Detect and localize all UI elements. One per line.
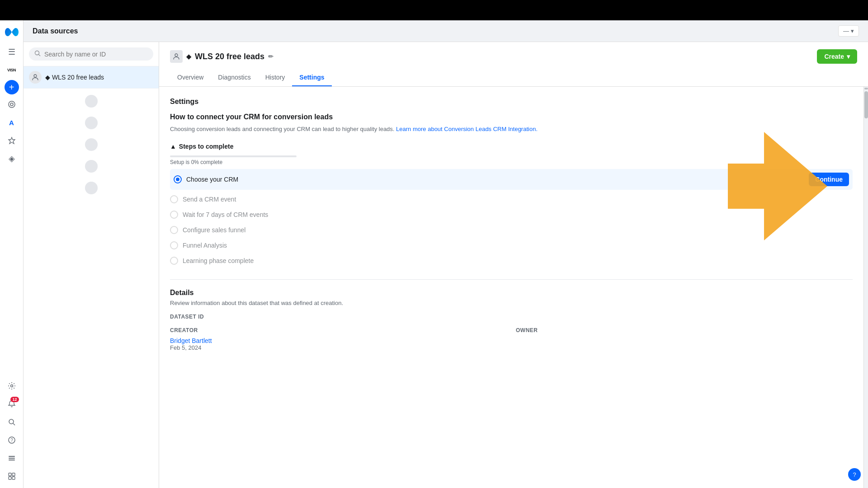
svg-point-4 (9, 419, 14, 424)
source-name: ◆ WLS 20 free leads (45, 74, 104, 81)
svg-rect-8 (9, 458, 15, 459)
sources-icon-4 (24, 157, 159, 175)
step-item-6: Learning phase complete (170, 253, 853, 268)
dropdown-label: — (843, 28, 849, 34)
search-input[interactable] (44, 51, 148, 58)
tabs: Overview Diagnostics History Settings (170, 69, 857, 86)
sources-bottom-icons (24, 89, 159, 201)
step-label-6: Learning phase complete (183, 257, 254, 264)
owner-field: Owner (516, 327, 853, 351)
tab-overview[interactable]: Overview (170, 69, 211, 86)
crm-section-desc: Choosing conversion leads and connecting… (170, 125, 853, 134)
scrollbar-thumb[interactable] (864, 91, 868, 118)
svg-point-1 (10, 103, 13, 106)
tools-icon[interactable] (4, 450, 20, 466)
svg-point-0 (9, 101, 15, 108)
svg-line-5 (13, 423, 15, 425)
svg-point-17 (34, 75, 37, 77)
svg-point-18 (175, 54, 178, 56)
dataset-id-label: Dataset ID (170, 314, 853, 320)
learn-more-link[interactable]: Learn more about Conversion Leads CRM In… (396, 126, 538, 132)
progress-bar: Setup is 0% complete (170, 155, 853, 165)
step-label-1: Choose your CRM (186, 176, 238, 183)
step-radio-5 (170, 241, 178, 249)
step-radio-1 (174, 175, 182, 183)
add-icon[interactable]: + (5, 80, 19, 94)
continue-button[interactable]: Continue (809, 173, 849, 186)
settings-icon[interactable] (4, 378, 20, 394)
help-bubble[interactable]: ? (848, 468, 861, 481)
svg-text:?: ? (10, 438, 13, 443)
settings-page-title: Settings (170, 98, 853, 106)
sources-icon-1 (24, 92, 159, 110)
creator-name: Bridget Bartlett (170, 337, 507, 344)
details-grid: Creator Bridget Bartlett Feb 5, 2024 Own… (170, 327, 853, 351)
icon-sidebar: ☰ VISN + A ◈ 12 ? (0, 20, 24, 488)
page-title: Data sources (33, 27, 78, 35)
scrollbar[interactable] (863, 87, 868, 488)
dataset-id-field: Dataset ID (170, 314, 853, 320)
detail-header: ◆ WLS 20 free leads ✏ Create ▾ Overview … (159, 42, 868, 87)
step-item-1: Choose your CRM Continue (170, 169, 853, 190)
sources-icon-5 (24, 179, 159, 197)
diamond-icon[interactable]: ◈ (4, 150, 20, 167)
tab-history[interactable]: History (258, 69, 292, 86)
search-input-wrap[interactable] (29, 47, 153, 61)
tab-settings[interactable]: Settings (292, 69, 331, 86)
top-bar (0, 0, 868, 20)
detail-title-row: ◆ WLS 20 free leads ✏ Create ▾ (170, 49, 857, 64)
header-dropdown[interactable]: — ▾ (838, 25, 859, 37)
sources-icon-3 (24, 136, 159, 154)
step-item-3: Wait for 7 days of CRM events (170, 207, 853, 222)
steps-chevron-icon: ▲ (170, 143, 176, 150)
step-label-2: Send a CRM event (183, 196, 236, 203)
menu-icon[interactable]: ☰ (4, 44, 20, 60)
campaigns-icon[interactable] (4, 96, 20, 113)
step-radio-2 (170, 195, 178, 203)
detail-panel: ◆ WLS 20 free leads ✏ Create ▾ Overview … (159, 42, 868, 488)
detail-panel-inner: Settings How to connect your CRM for con… (159, 87, 868, 488)
star-icon[interactable] (4, 132, 20, 149)
search-icon (34, 50, 41, 58)
detail-content: Settings How to connect your CRM for con… (159, 87, 863, 488)
ads-manager-icon[interactable]: A (4, 114, 20, 131)
source-item[interactable]: ◆ WLS 20 free leads (24, 66, 159, 89)
svg-point-3 (10, 385, 13, 387)
notifications-icon[interactable]: 12 (4, 396, 20, 412)
search-global-icon[interactable] (4, 414, 20, 430)
step-label-4: Configure sales funnel (183, 226, 245, 234)
help-icon[interactable]: ? (4, 432, 20, 448)
owner-label: Owner (516, 327, 853, 333)
edit-icon[interactable]: ✏ (268, 53, 274, 60)
steps-header[interactable]: ▲ Steps to complete (170, 143, 853, 150)
svg-point-15 (35, 51, 39, 55)
details-desc: Review information about this dataset th… (170, 300, 853, 306)
svg-rect-14 (12, 477, 15, 479)
detail-title: ◆ WLS 20 free leads ✏ (170, 50, 274, 63)
dataset-icon (170, 50, 183, 63)
create-dropdown-icon: ▾ (847, 53, 850, 60)
settings-content: Settings How to connect your CRM for con… (159, 87, 863, 362)
step-label-5: Funnel Analysis (183, 242, 227, 249)
progress-text: Setup is 0% complete (170, 159, 853, 165)
step-label-3: Wait for 7 days of CRM events (183, 211, 268, 218)
crm-section-title: How to connect your CRM for conversion l… (170, 113, 853, 121)
diamond-prefix-icon: ◆ (186, 53, 191, 60)
step-radio-3 (170, 211, 178, 219)
step-item-5: Funnel Analysis (170, 238, 853, 253)
svg-rect-11 (9, 473, 11, 476)
page-header: Data sources — ▾ (24, 20, 868, 42)
visn-logo: VISN (4, 62, 20, 78)
sources-panel: ◆ WLS 20 free leads (24, 42, 159, 488)
main-panels: ◆ WLS 20 free leads (24, 42, 868, 488)
tab-diagnostics[interactable]: Diagnostics (211, 69, 258, 86)
grid-icon[interactable] (4, 468, 20, 484)
creator-date: Feb 5, 2024 (170, 344, 507, 351)
step-item-2: Send a CRM event (170, 192, 853, 207)
sources-icon-2 (24, 114, 159, 132)
create-button[interactable]: Create ▾ (817, 49, 857, 64)
dropdown-chevron-icon: ▾ (851, 28, 854, 34)
dataset-name: WLS 20 free leads (195, 52, 264, 61)
creator-field: Creator Bridget Bartlett Feb 5, 2024 (170, 327, 507, 351)
search-box (24, 42, 159, 66)
